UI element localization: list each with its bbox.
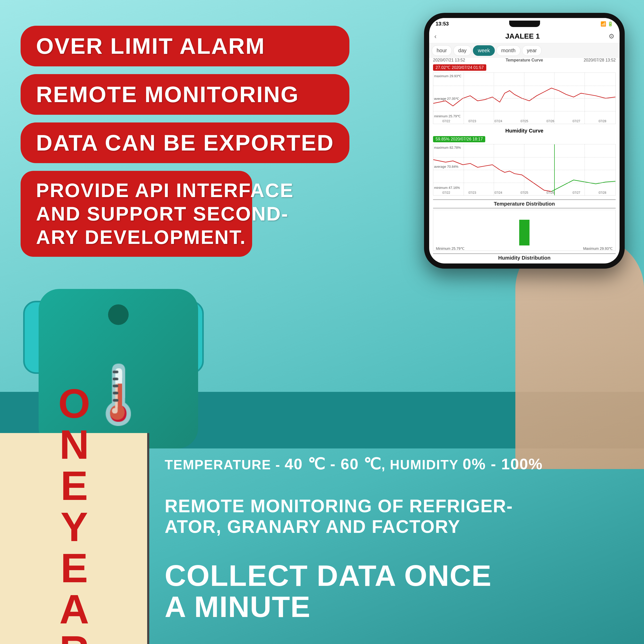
oy-o: O xyxy=(58,383,89,424)
phone-screen: 13:53 📶 🔋 ‹ JAALEE 1 ⚙ hour day week mon… xyxy=(429,18,620,263)
date-start: 2020/07/21 13:52 xyxy=(433,58,465,63)
tab-year[interactable]: year xyxy=(522,45,542,56)
badge-over-limit-text: OVER LIMIT ALARM xyxy=(36,33,265,59)
badge-remote-monitoring: REMOTE MONITORING xyxy=(21,74,349,115)
badge-data-export: DATA CAN BE EXPORTED xyxy=(21,122,349,163)
grid-line-1 xyxy=(433,86,615,86)
badge-api-text: PROVIDE API INTERFACE AND SUPPORT SECOND… xyxy=(36,179,294,248)
thermometer-icon: 🌡️ xyxy=(83,361,154,428)
chart-date-range: 2020/07/21 13:52 Temperature Curve 2020/… xyxy=(433,58,616,63)
hum-dist-heading-area: Humidity Distribution xyxy=(429,252,620,263)
remote-monitoring-description: REMOTE MONITORING OF REFRIGER-ATOR, GRAN… xyxy=(165,496,629,537)
tab-day[interactable]: day xyxy=(453,45,471,56)
bottom-section: O N E Y E A R EXTENSION TEMPERATURE - 40… xyxy=(0,433,644,644)
temperature-chart-section: 2020/07/21 13:52 Temperature Curve 2020/… xyxy=(429,58,620,127)
tab-month[interactable]: month xyxy=(496,45,521,56)
humidity-chart-section: Humidity Curve 59.85% 2020/07/26 18:17 xyxy=(429,128,620,198)
back-arrow-icon[interactable]: ‹ xyxy=(434,32,437,40)
phone: 13:53 📶 🔋 ‹ JAALEE 1 ⚙ hour day week mon… xyxy=(424,13,625,269)
tab-hour[interactable]: hour xyxy=(432,45,452,56)
notch xyxy=(509,21,540,27)
badge-over-limit: OVER LIMIT ALARM xyxy=(21,26,349,66)
temp-dist-max: Maximum 29.93℃ xyxy=(583,246,613,251)
settings-icon[interactable]: ⚙ xyxy=(608,32,614,40)
badge-data-text: DATA CAN BE EXPORTED xyxy=(36,130,334,155)
hum-highlight-line xyxy=(554,144,555,195)
hum-avg-label: average 70.84% xyxy=(434,165,458,169)
vert-line-2 xyxy=(494,73,494,124)
hum-vert-1 xyxy=(464,144,464,195)
temp-dist-title: Temperature Distribution xyxy=(433,199,616,208)
chart-tabs: hour day week month year xyxy=(429,43,620,58)
temp-max-label: maximum 29.93℃ xyxy=(434,74,462,78)
temp-dist-labels: Minimum 25.79℃ Maximum 29.93℃ xyxy=(433,246,615,251)
oy-ea: E xyxy=(60,548,87,589)
temp-dist-min: Minimum 25.79℃ xyxy=(436,246,465,251)
oy-n: N xyxy=(59,424,88,465)
app-header: ‹ JAALEE 1 ⚙ xyxy=(429,30,620,43)
hum-title: Humidity Curve xyxy=(433,128,616,134)
grid-line-3 xyxy=(433,111,615,111)
oy-a: A xyxy=(59,589,88,630)
hum-grid-3 xyxy=(433,183,615,183)
hum-vert-3 xyxy=(524,144,524,195)
collect-data-text: COLLECT DATA ONCEA MINUTE xyxy=(165,560,629,622)
badge-api: PROVIDE API INTERFACE AND SUPPORT SECOND… xyxy=(21,171,252,257)
oy-r: R xyxy=(59,630,88,644)
vert-line-3 xyxy=(524,73,524,124)
hum-x-labels: 07/22 07/23 07/24 07/25 07/26 07/27 07/2… xyxy=(433,191,615,195)
temp-x-labels: 07/22 07/23 07/24 07/25 07/26 07/27 07/2… xyxy=(433,119,615,123)
badge-remote-text: REMOTE MONITORING xyxy=(36,82,299,107)
oy-y: Y xyxy=(60,506,87,548)
chart-title-temp: Temperature Curve xyxy=(506,58,543,63)
date-end: 2020/07/28 13:52 xyxy=(584,58,616,63)
tab-week[interactable]: week xyxy=(473,45,495,56)
temp-dist-section: Temperature Distribution Minimum 25.79℃ … xyxy=(429,198,620,252)
status-icons: 📶 🔋 xyxy=(601,21,613,27)
temp-avg-label: average 27.35℃ xyxy=(434,97,459,101)
temp-min-label: minimum 25.79℃ xyxy=(434,114,461,118)
temp-highlight-tag: 27.02℃ 2020/07/24 01:57 xyxy=(433,64,486,71)
one-year-box: O N E Y E A R EXTENSION xyxy=(0,433,149,644)
hum-dist-title: Humidity Distribution xyxy=(433,253,616,261)
oy-e: E xyxy=(60,465,87,506)
feature-badges-container: OVER LIMIT ALARM REMOTE MONITORING DATA … xyxy=(21,26,349,257)
vert-line-1 xyxy=(464,73,464,124)
temp-dist-bar xyxy=(519,220,530,245)
app-title: JAALEE 1 xyxy=(437,32,608,40)
hum-vert-2 xyxy=(494,144,494,195)
hum-highlight-tag: 59.85% 2020/07/26 18:17 xyxy=(433,136,485,142)
temp-spec-text: TEMPERATURE - 40 ℃ - 60 ℃, HUMIDITY 0% -… xyxy=(165,455,629,473)
status-time: 13:53 xyxy=(436,21,449,27)
bottom-right-content: TEMPERATURE - 40 ℃ - 60 ℃, HUMIDITY 0% -… xyxy=(149,433,644,644)
phone-container: 13:53 📶 🔋 ‹ JAALEE 1 ⚙ hour day week mon… xyxy=(412,13,636,269)
hum-grid-2 xyxy=(433,170,615,170)
grid-line-2 xyxy=(433,98,615,99)
temp-dist-chart: Minimum 25.79℃ Maximum 29.93℃ xyxy=(433,210,616,251)
hum-min-label: minimum 47.16% xyxy=(434,186,460,190)
hum-max-label: maximum 82.78% xyxy=(434,146,461,149)
